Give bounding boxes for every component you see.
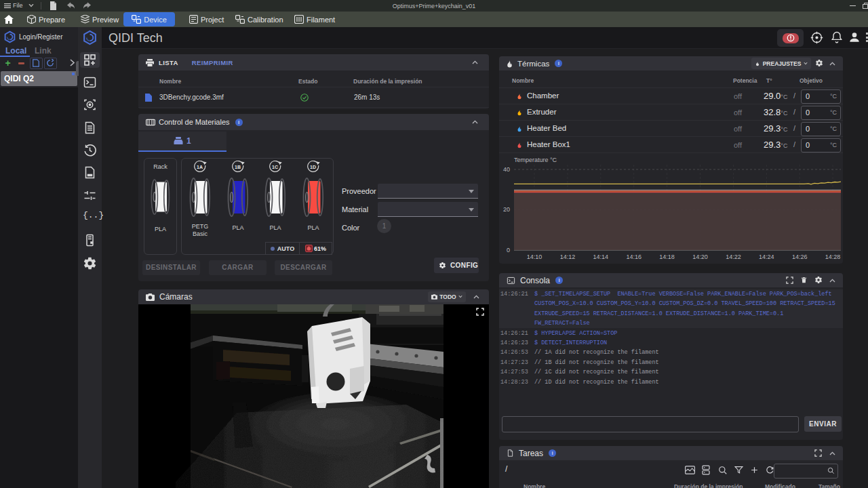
- svg-text:14:16: 14:16: [626, 253, 642, 260]
- svg-text:14:12: 14:12: [560, 253, 576, 260]
- svg-text:1B: 1B: [235, 165, 241, 169]
- svg-text:14:28: 14:28: [825, 253, 841, 260]
- svg-text:40: 40: [503, 166, 510, 173]
- svg-text:0: 0: [507, 247, 510, 253]
- svg-text:14:22: 14:22: [726, 253, 741, 260]
- svg-text:Temperature °C: Temperature °C: [514, 157, 557, 163]
- svg-text:14:10: 14:10: [527, 253, 542, 260]
- svg-text:14:14: 14:14: [593, 253, 609, 260]
- svg-text:14:20: 14:20: [692, 253, 708, 260]
- svg-text:20: 20: [503, 206, 510, 213]
- svg-text:1C: 1C: [272, 165, 278, 169]
- svg-text:14:26: 14:26: [792, 253, 808, 260]
- svg-text:14:24: 14:24: [759, 253, 774, 260]
- svg-text:1D: 1D: [310, 165, 316, 169]
- svg-text:1A: 1A: [197, 165, 203, 169]
- svg-text:14:18: 14:18: [659, 253, 675, 260]
